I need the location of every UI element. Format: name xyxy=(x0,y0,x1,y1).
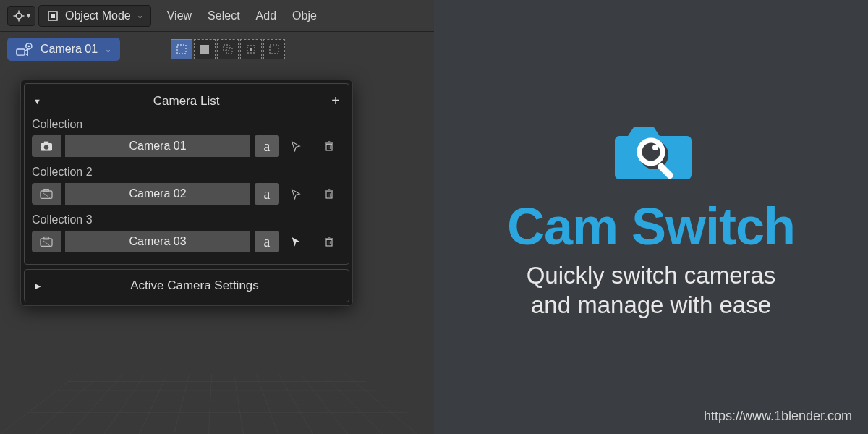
camera-name-field[interactable]: Camera 01 xyxy=(65,135,250,157)
object-mode-icon xyxy=(46,9,59,22)
active-camera-settings-row[interactable]: ▶ Active Camera Settings xyxy=(24,269,349,302)
mode-selector[interactable]: Object Mode ⌄ xyxy=(38,5,151,27)
product-title: Cam Switch xyxy=(507,197,795,256)
svg-rect-29 xyxy=(326,192,332,198)
delete-camera-button[interactable] xyxy=(317,231,341,252)
trash-icon xyxy=(323,235,335,248)
collection-group-0: Collection Camera 01 a xyxy=(32,116,341,157)
popup-title: Camera List xyxy=(153,94,220,109)
trash-icon xyxy=(323,187,335,200)
chevron-down-icon: ⌄ xyxy=(105,45,111,54)
camera-name-field[interactable]: Camera 02 xyxy=(65,183,250,205)
select-mode-3[interactable] xyxy=(217,39,239,59)
svg-rect-21 xyxy=(326,144,332,150)
delete-camera-button[interactable] xyxy=(317,135,341,157)
svg-rect-11 xyxy=(177,45,186,54)
svg-rect-12 xyxy=(200,45,209,54)
menu-add[interactable]: Add xyxy=(256,9,276,22)
expand-triangle-icon: ▶ xyxy=(35,281,41,291)
svg-rect-7 xyxy=(17,49,25,55)
camera-list-popup: ▼ Camera List + Collection Camera 01 a xyxy=(20,80,353,306)
camera-search-icon xyxy=(608,114,694,187)
trash-icon xyxy=(323,140,335,153)
settings-label: Active Camera Settings xyxy=(51,278,339,293)
cursor-icon xyxy=(290,140,302,152)
collection-group-2: Collection 3 Camera 03 a xyxy=(32,212,341,252)
camera-switch-icon xyxy=(16,42,35,56)
svg-rect-17 xyxy=(270,45,278,54)
camera-outline-icon xyxy=(39,188,54,200)
chevron-down-icon: ⌄ xyxy=(137,11,143,20)
product-logo xyxy=(608,114,694,187)
svg-point-20 xyxy=(44,145,48,149)
add-camera-button[interactable]: + xyxy=(331,93,340,109)
menu-view[interactable]: View xyxy=(167,9,192,22)
marketing-panel: Cam Switch Quickly switch cameras and ma… xyxy=(434,0,868,434)
svg-rect-34 xyxy=(41,239,52,246)
select-in-viewport-button[interactable] xyxy=(284,183,308,205)
select-in-viewport-button[interactable] xyxy=(284,231,308,252)
camera-switcher-dropdown[interactable]: Camera 01 ⌄ xyxy=(7,38,120,61)
delete-camera-button[interactable] xyxy=(317,183,341,205)
svg-rect-26 xyxy=(41,191,52,198)
rename-button[interactable]: a xyxy=(255,183,279,205)
selection-mode-buttons xyxy=(171,39,285,59)
camera-row: Camera 03 a xyxy=(32,231,341,252)
camera-name-field[interactable]: Camera 03 xyxy=(65,231,250,252)
collection-label: Collection 2 xyxy=(32,164,341,183)
svg-point-44 xyxy=(652,145,658,150)
collection-label: Collection 3 xyxy=(32,212,341,231)
set-active-camera-button[interactable] xyxy=(32,135,61,157)
camera-row: Camera 01 a xyxy=(32,135,341,157)
collection-label: Collection xyxy=(32,116,341,135)
svg-rect-35 xyxy=(44,237,48,239)
svg-line-36 xyxy=(43,240,50,245)
menu-bar: View Select Add Obje xyxy=(167,9,317,22)
app-left-panel: ▾ Object Mode ⌄ View Select Add Obje Cam… xyxy=(0,0,434,434)
svg-rect-16 xyxy=(250,48,252,51)
collapse-triangle-icon: ▼ xyxy=(33,97,41,106)
set-active-camera-button[interactable] xyxy=(32,231,61,252)
header-second-row: Camera 01 ⌄ xyxy=(0,32,434,67)
svg-rect-19 xyxy=(44,142,48,144)
camera-row: Camera 02 a xyxy=(32,183,341,205)
menu-object[interactable]: Obje xyxy=(292,9,317,22)
select-mode-5[interactable] xyxy=(263,39,285,59)
select-mode-4[interactable] xyxy=(240,39,262,59)
svg-point-10 xyxy=(28,46,30,48)
camera-icon xyxy=(39,140,54,152)
rename-button[interactable]: a xyxy=(255,135,279,157)
product-url: https://www.1blender.com xyxy=(704,409,852,424)
active-camera-label: Camera 01 xyxy=(41,43,98,56)
cursor-tool-button[interactable]: ▾ xyxy=(7,6,35,26)
svg-rect-27 xyxy=(44,190,48,192)
cursor-filled-icon xyxy=(290,236,302,247)
svg-point-0 xyxy=(16,13,22,19)
collection-group-1: Collection 2 Camera 02 a xyxy=(32,164,341,205)
menu-select[interactable]: Select xyxy=(208,9,239,22)
product-subtitle: Quickly switch cameras and manage with e… xyxy=(527,260,776,320)
svg-rect-37 xyxy=(326,239,332,246)
select-mode-2[interactable] xyxy=(194,39,216,59)
cursor-icon xyxy=(290,188,302,200)
camera-outline-icon xyxy=(39,236,54,247)
top-toolbar: ▾ Object Mode ⌄ View Select Add Obje xyxy=(0,0,434,32)
rename-button[interactable]: a xyxy=(255,231,279,252)
camera-list-header[interactable]: ▼ Camera List + xyxy=(32,90,341,116)
set-active-camera-button[interactable] xyxy=(32,183,61,205)
mode-label: Object Mode xyxy=(65,9,131,22)
svg-rect-6 xyxy=(51,14,55,18)
svg-line-28 xyxy=(43,192,50,197)
select-mode-1[interactable] xyxy=(171,39,192,59)
viewport-grid xyxy=(0,374,434,434)
select-in-viewport-button[interactable] xyxy=(284,135,308,157)
